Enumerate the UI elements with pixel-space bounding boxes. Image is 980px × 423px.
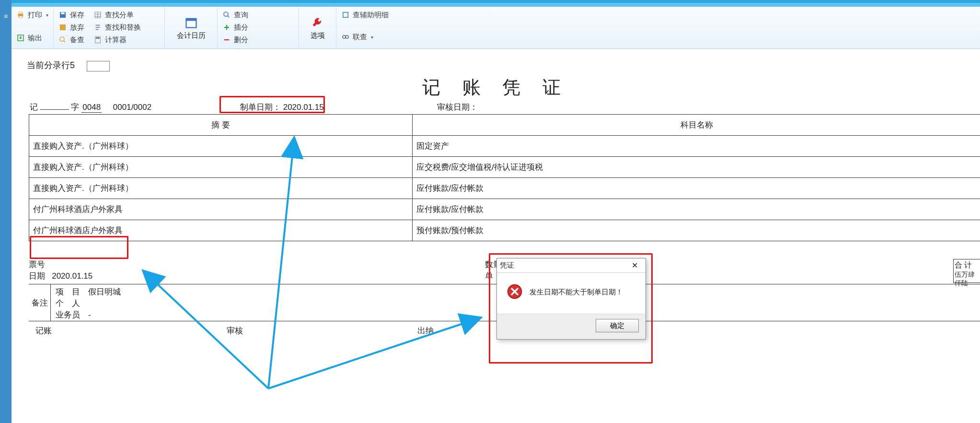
backup-button[interactable]: 备查	[58, 34, 84, 46]
signature-row: 记账 审核 出纳	[35, 325, 434, 336]
insert-row-button[interactable]: 插分	[222, 21, 248, 34]
calendar-label: 会计日历	[177, 31, 206, 40]
cell-summary[interactable]: 直接购入资产.（广州科球）	[29, 157, 413, 178]
query-button[interactable]: 查询	[222, 9, 248, 21]
svg-rect-5	[61, 12, 65, 14]
svg-point-19	[346, 35, 348, 38]
total-cell: 合 计 伍万肆仟陆	[953, 259, 980, 283]
cell-summary[interactable]: 直接购入资产.（广州科球）	[29, 178, 413, 199]
delete-row-button[interactable]: 删分	[222, 34, 248, 46]
options-label: 选项	[311, 31, 325, 40]
dialog-message: 发生日期不能大于制单日期！	[530, 288, 623, 297]
dialog-titlebar[interactable]: 凭证 ✕	[497, 258, 646, 273]
options-button[interactable]: 选项	[304, 9, 331, 47]
total-label: 合 计	[955, 260, 979, 270]
cell-subject[interactable]: 应付账款/应付帐款	[412, 178, 980, 199]
export-icon	[16, 34, 25, 42]
find-entry-button[interactable]: 查找分单	[93, 9, 141, 21]
make-date-label: 制单日期：	[240, 102, 281, 113]
svg-point-18	[343, 35, 346, 38]
save-button[interactable]: 保存	[58, 9, 84, 21]
svg-rect-6	[60, 24, 66, 30]
voucher-no: 0048	[81, 103, 102, 113]
backup-label: 备查	[70, 35, 84, 45]
svg-rect-10	[96, 37, 100, 39]
make-date-value[interactable]: 2020.01.15	[283, 103, 324, 113]
wrench-icon	[311, 16, 324, 29]
calculator-icon	[93, 35, 102, 44]
insert-label: 插分	[234, 23, 248, 32]
close-icon[interactable]: ✕	[626, 261, 643, 270]
find-replace-label: 查找和替换	[105, 23, 141, 32]
link-query-button[interactable]: 联查▾	[341, 31, 394, 43]
current-row-info: 当前分录行5	[27, 59, 110, 71]
table-row[interactable]: 直接购入资产.（广州科球）应付账款/应付帐款	[29, 178, 980, 199]
cell-subject[interactable]: 应交税费/应交增值税/待认证进项税	[412, 157, 980, 178]
save-label: 保存	[70, 11, 84, 20]
current-row-input[interactable]	[87, 61, 110, 71]
calendar-button[interactable]: 会计日历	[170, 9, 212, 47]
sig-audit: 审核	[227, 325, 243, 336]
svg-rect-2	[19, 16, 23, 18]
aux-detail-label: 查辅助明细	[353, 11, 389, 20]
save-icon	[58, 11, 67, 19]
table-row[interactable]: 付广州科球酒店户外家具预付账款/预付帐款	[29, 220, 980, 241]
cell-subject[interactable]: 固定资产	[412, 136, 980, 157]
current-row-label: 当前分录行5	[27, 60, 75, 70]
discard-icon	[58, 23, 67, 32]
cell-subject[interactable]: 预付账款/预付帐款	[412, 220, 980, 241]
delete-row-icon	[222, 35, 231, 44]
sig-cashier: 出纳	[417, 325, 434, 336]
notes-label: 备注	[29, 284, 51, 321]
find-replace-button[interactable]: 查找和替换	[93, 21, 141, 34]
calendar-icon	[184, 16, 198, 29]
error-icon	[507, 283, 523, 301]
svg-rect-12	[186, 18, 196, 21]
voucher-seq: 0001/0002	[113, 103, 151, 112]
query-label: 查询	[234, 11, 248, 20]
voucher-table: 摘 要 科目名称 直接购入资产.（广州科球）固定资产 直接购入资产.（广州科球）…	[29, 114, 980, 241]
ribbon-accent	[12, 3, 980, 7]
link-query-label: 联查	[353, 33, 367, 42]
sig-post: 记账	[35, 325, 52, 336]
ticket-no-label: 票号	[29, 260, 45, 269]
meta-zi: 字	[71, 102, 79, 113]
svg-rect-1	[19, 12, 23, 14]
export-button[interactable]: 输出	[16, 32, 48, 44]
print-label: 打印	[28, 11, 42, 20]
cell-summary[interactable]: 直接购入资产.（广州科球）	[29, 136, 413, 157]
col-subject-header: 科目名称	[412, 115, 980, 136]
cell-summary[interactable]: 付广州科球酒店户外家具	[29, 220, 413, 241]
calculator-button[interactable]: 计算器	[93, 34, 141, 46]
table-row[interactable]: 直接购入资产.（广州科球）固定资产	[29, 136, 980, 157]
backup-icon	[58, 35, 67, 44]
ticket-date-label: 日期	[29, 271, 45, 281]
print-button[interactable]: 打印▾	[16, 9, 48, 21]
col-summary-header: 摘 要	[29, 115, 413, 136]
discard-label: 放弃	[70, 23, 84, 32]
document-area: 当前分录行5 记 账 凭 证 记 字 0048 0001/0002 制单日期： …	[12, 49, 980, 423]
link-icon	[341, 33, 350, 41]
aux-detail-button[interactable]: 查辅助明细	[341, 9, 394, 21]
discard-button[interactable]: 放弃	[58, 21, 84, 34]
cell-summary[interactable]: 付广州科球酒店户外家具	[29, 199, 413, 220]
ok-button[interactable]: 确定	[596, 319, 639, 332]
delete-label: 删分	[234, 35, 248, 45]
error-dialog: 凭证 ✕ 发生日期不能大于制单日期！ 确定	[496, 258, 646, 340]
export-label: 输出	[28, 34, 42, 43]
find-replace-icon	[93, 23, 102, 32]
find-entry-label: 查找分单	[105, 11, 134, 20]
table-row[interactable]: 直接购入资产.（广州科球）应交税费/应交增值税/待认证进项税	[29, 157, 980, 178]
printer-icon	[16, 11, 25, 19]
svg-rect-17	[343, 12, 348, 18]
audit-date-label: 审核日期：	[437, 102, 478, 113]
ticket-date-value[interactable]: 2020.01.15	[52, 271, 92, 281]
detail-icon	[341, 11, 350, 19]
voucher-meta: 记 字 0048 0001/0002 制单日期： 2020.01.15 审核日期…	[30, 102, 980, 114]
document-title: 记 账 凭 证	[12, 75, 980, 100]
cell-subject[interactable]: 应付账款/应付帐款	[412, 199, 980, 220]
insert-row-icon	[222, 23, 231, 32]
search-icon	[222, 11, 231, 19]
ribbon: 打印▾ 输出 保存 放弃 备查 查找分单 查找和替换 计算器 会计日历 查询	[12, 7, 980, 49]
table-row[interactable]: 付广州科球酒店户外家具应付账款/应付帐款	[29, 199, 980, 220]
